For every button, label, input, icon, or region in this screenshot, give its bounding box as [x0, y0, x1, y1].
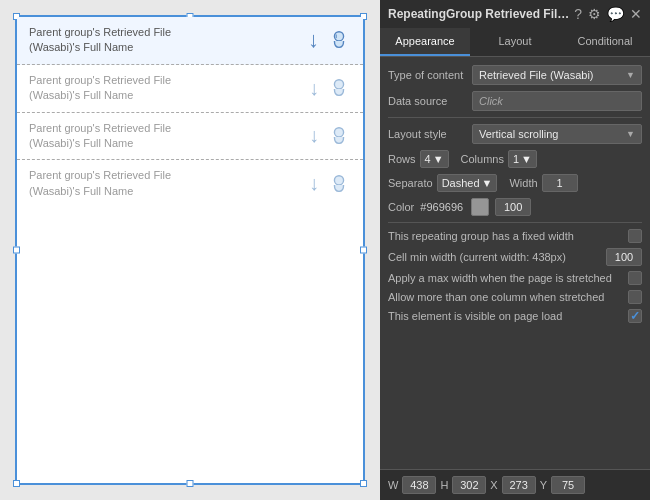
h-input[interactable]: [452, 476, 486, 494]
w-input[interactable]: [402, 476, 436, 494]
arrow-down-icon-4: ↓: [309, 172, 319, 195]
rg-row-2-text: Parent group's Retrieved File(Wasabi)'s …: [29, 73, 309, 104]
color-label: Color: [388, 201, 414, 213]
repeating-group[interactable]: Parent group's Retrieved File(Wasabi)'s …: [15, 15, 365, 485]
arrow-down-icon: ↓: [308, 27, 319, 53]
rg-row-4-icons: ↓: [309, 172, 351, 196]
fixed-width-checkbox[interactable]: [628, 229, 642, 243]
visible-label: This element is visible on page load: [388, 310, 622, 322]
color-swatch[interactable]: [471, 198, 489, 216]
bucket-icon-3: [327, 124, 351, 148]
cell-min-input[interactable]: [606, 248, 642, 266]
arrow-down-icon-2: ↓: [309, 77, 319, 100]
separator-width-row: Separato Dashed ▼ Width: [388, 174, 642, 192]
type-of-content-dropdown[interactable]: Retrieved File (Wasabi) ▼: [472, 65, 642, 85]
max-width-row: Apply a max width when the page is stret…: [388, 271, 642, 285]
bucket-icon-2: [327, 76, 351, 100]
panel-title: RepeatingGroup Retrieved File (W: [388, 7, 570, 21]
rg-row-2-icons: ↓: [309, 76, 351, 100]
columns-value: 1: [513, 153, 519, 165]
visible-checkbox[interactable]: ✓: [628, 309, 642, 323]
rg-row-4[interactable]: Parent group's Retrieved File(Wasabi)'s …: [17, 160, 363, 207]
handle-mid-right[interactable]: [360, 247, 367, 254]
rg-row-3[interactable]: Parent group's Retrieved File(Wasabi)'s …: [17, 113, 363, 161]
type-of-content-select[interactable]: Retrieved File (Wasabi) ▼: [472, 65, 642, 85]
tab-layout[interactable]: Layout: [470, 28, 560, 56]
tab-appearance[interactable]: Appearance: [380, 28, 470, 56]
comment-icon[interactable]: 💬: [607, 6, 624, 22]
layout-style-value: Vertical scrolling: [479, 128, 558, 140]
handle-bottom-left[interactable]: [13, 480, 20, 487]
y-label: Y: [540, 479, 547, 491]
data-source-placeholder: Click: [479, 95, 503, 107]
rows-value: 4: [425, 153, 431, 165]
handle-bottom-right[interactable]: [360, 480, 367, 487]
separator-value: Dashed: [442, 177, 480, 189]
arrow-down-icon-3: ↓: [309, 124, 319, 147]
svg-point-2: [334, 80, 343, 89]
rows-dropdown[interactable]: 4 ▼: [420, 150, 449, 168]
max-width-checkbox[interactable]: [628, 271, 642, 285]
help-icon[interactable]: ?: [574, 6, 582, 22]
x-input[interactable]: [502, 476, 536, 494]
checkmark-icon: ✓: [630, 309, 640, 323]
rg-row-4-text: Parent group's Retrieved File(Wasabi)'s …: [29, 168, 309, 199]
max-width-label: Apply a max width when the page is stret…: [388, 272, 622, 284]
rows-label: Rows: [388, 153, 416, 165]
rg-row-3-text: Parent group's Retrieved File(Wasabi)'s …: [29, 121, 309, 152]
cell-min-row: Cell min width (current width: 438px): [388, 248, 642, 266]
bottom-coords-row: W H X Y: [380, 469, 650, 500]
dropdown-arrow-type: ▼: [626, 70, 635, 80]
svg-point-3: [334, 128, 343, 137]
rg-row-1-icons: ↓: [308, 27, 351, 53]
handle-bottom-center[interactable]: [187, 480, 194, 487]
dropdown-arrow-layout: ▼: [626, 129, 635, 139]
separator-dropdown[interactable]: Dashed ▼: [437, 174, 498, 192]
columns-dropdown[interactable]: 1 ▼: [508, 150, 537, 168]
columns-arrow: ▼: [521, 153, 532, 165]
panel-header: RepeatingGroup Retrieved File (W ? ⚙ 💬 ✕: [380, 0, 650, 28]
layout-style-dropdown[interactable]: Vertical scrolling ▼: [472, 124, 642, 144]
panel-content: Type of content Retrieved File (Wasabi) …: [380, 57, 650, 469]
panel-tabs: Appearance Layout Conditional: [380, 28, 650, 57]
data-source-row: Data source Click: [388, 91, 642, 111]
type-of-content-label: Type of content: [388, 69, 468, 81]
tab-conditional[interactable]: Conditional: [560, 28, 650, 56]
rg-row-2[interactable]: Parent group's Retrieved File(Wasabi)'s …: [17, 65, 363, 113]
divider-1: [388, 117, 642, 118]
svg-point-0: [334, 32, 343, 41]
rg-row-3-icons: ↓: [309, 124, 351, 148]
w-label: W: [388, 479, 398, 491]
h-label: H: [440, 479, 448, 491]
rg-row-1-text: Parent group's Retrieved File(Wasabi)'s …: [29, 25, 308, 56]
rows-arrow: ▼: [433, 153, 444, 165]
y-input[interactable]: [551, 476, 585, 494]
layout-style-select[interactable]: Vertical scrolling ▼: [472, 124, 642, 144]
width-input[interactable]: [542, 174, 578, 192]
type-of-content-row: Type of content Retrieved File (Wasabi) …: [388, 65, 642, 85]
rows-columns-row: Rows 4 ▼ Columns 1 ▼: [388, 150, 642, 168]
cell-min-label: Cell min width (current width: 438px): [388, 251, 600, 263]
x-label: X: [490, 479, 497, 491]
bucket-icon-4: [327, 172, 351, 196]
settings-icon[interactable]: ⚙: [588, 6, 601, 22]
properties-panel: RepeatingGroup Retrieved File (W ? ⚙ 💬 ✕…: [380, 0, 650, 500]
rg-row-1[interactable]: Parent group's Retrieved File(Wasabi)'s …: [17, 17, 363, 65]
visible-row: This element is visible on page load ✓: [388, 309, 642, 323]
handle-mid-left[interactable]: [13, 247, 20, 254]
svg-point-4: [334, 175, 343, 184]
multi-column-checkbox[interactable]: [628, 290, 642, 304]
color-hex-text: #969696: [420, 201, 463, 213]
data-source-field[interactable]: Click: [472, 91, 642, 111]
width-label: Width: [509, 177, 537, 189]
canvas-area: Parent group's Retrieved File(Wasabi)'s …: [0, 0, 380, 500]
close-icon[interactable]: ✕: [630, 6, 642, 22]
data-source-input[interactable]: Click: [472, 91, 642, 111]
fixed-width-row: This repeating group has a fixed width: [388, 229, 642, 243]
type-of-content-value: Retrieved File (Wasabi): [479, 69, 594, 81]
multi-column-label: Allow more than one column when stretche…: [388, 291, 622, 303]
fixed-width-label: This repeating group has a fixed width: [388, 230, 622, 242]
layout-style-row: Layout style Vertical scrolling ▼: [388, 124, 642, 144]
opacity-input[interactable]: [495, 198, 531, 216]
data-source-label: Data source: [388, 95, 468, 107]
